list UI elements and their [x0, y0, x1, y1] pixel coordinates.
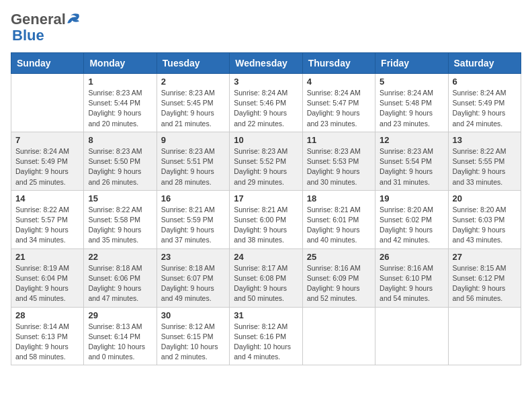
day-number: 14 [15, 193, 79, 203]
calendar-cell: 9Sunrise: 8:23 AM Sunset: 5:51 PM Daylig… [157, 132, 229, 190]
day-info: Sunrise: 8:22 AM Sunset: 5:57 PM Dayligh… [15, 205, 79, 246]
day-info: Sunrise: 8:24 AM Sunset: 5:49 PM Dayligh… [15, 146, 79, 187]
day-header-thursday: Thursday [302, 53, 375, 74]
day-number: 29 [88, 310, 152, 320]
calendar-cell [448, 307, 521, 365]
calendar-cell: 27Sunrise: 8:15 AM Sunset: 6:12 PM Dayli… [448, 248, 521, 307]
calendar-cell [375, 307, 448, 365]
day-info: Sunrise: 8:12 AM Sunset: 6:16 PM Dayligh… [234, 322, 298, 363]
day-info: Sunrise: 8:23 AM Sunset: 5:54 PM Dayligh… [380, 146, 443, 187]
calendar-cell: 29Sunrise: 8:13 AM Sunset: 6:14 PM Dayli… [84, 307, 157, 365]
logo: GeneralBlue [11, 11, 81, 44]
day-info: Sunrise: 8:24 AM Sunset: 5:46 PM Dayligh… [234, 88, 298, 129]
calendar-cell: 3Sunrise: 8:24 AM Sunset: 5:46 PM Daylig… [230, 74, 302, 132]
day-number: 19 [380, 193, 443, 203]
day-info: Sunrise: 8:23 AM Sunset: 5:52 PM Dayligh… [234, 146, 298, 187]
day-info: Sunrise: 8:23 AM Sunset: 5:50 PM Dayligh… [88, 146, 152, 187]
day-info: Sunrise: 8:16 AM Sunset: 6:10 PM Dayligh… [380, 263, 443, 304]
day-number: 5 [380, 77, 443, 87]
day-info: Sunrise: 8:24 AM Sunset: 5:47 PM Dayligh… [307, 88, 371, 129]
logo-general: General [11, 11, 66, 28]
calendar-cell: 26Sunrise: 8:16 AM Sunset: 6:10 PM Dayli… [375, 248, 448, 307]
day-number: 1 [88, 77, 152, 87]
day-number: 17 [234, 193, 298, 203]
calendar-cell: 4Sunrise: 8:24 AM Sunset: 5:47 PM Daylig… [302, 74, 375, 132]
day-number: 10 [234, 135, 298, 145]
calendar-cell: 2Sunrise: 8:23 AM Sunset: 5:45 PM Daylig… [157, 74, 229, 132]
day-header-wednesday: Wednesday [230, 53, 302, 74]
calendar-cell: 23Sunrise: 8:18 AM Sunset: 6:07 PM Dayli… [157, 248, 229, 307]
day-number: 15 [88, 193, 152, 203]
calendar-cell [302, 307, 375, 365]
day-info: Sunrise: 8:23 AM Sunset: 5:44 PM Dayligh… [88, 88, 152, 129]
calendar-cell: 30Sunrise: 8:12 AM Sunset: 6:15 PM Dayli… [157, 307, 229, 365]
day-info: Sunrise: 8:23 AM Sunset: 5:45 PM Dayligh… [161, 88, 225, 129]
day-number: 12 [380, 135, 443, 145]
calendar-cell: 28Sunrise: 8:14 AM Sunset: 6:13 PM Dayli… [11, 307, 84, 365]
day-header-tuesday: Tuesday [157, 53, 229, 74]
day-number: 24 [234, 252, 298, 262]
day-number: 25 [307, 252, 371, 262]
day-info: Sunrise: 8:22 AM Sunset: 5:58 PM Dayligh… [88, 205, 152, 246]
calendar-cell: 13Sunrise: 8:22 AM Sunset: 5:55 PM Dayli… [448, 132, 521, 190]
day-number: 8 [88, 135, 152, 145]
calendar-cell: 12Sunrise: 8:23 AM Sunset: 5:54 PM Dayli… [375, 132, 448, 190]
day-number: 13 [453, 135, 517, 145]
calendar-cell: 25Sunrise: 8:16 AM Sunset: 6:09 PM Dayli… [302, 248, 375, 307]
day-info: Sunrise: 8:19 AM Sunset: 6:04 PM Dayligh… [15, 263, 79, 304]
calendar-cell: 14Sunrise: 8:22 AM Sunset: 5:57 PM Dayli… [11, 190, 84, 248]
day-number: 11 [307, 135, 371, 145]
day-number: 6 [453, 77, 517, 87]
day-info: Sunrise: 8:20 AM Sunset: 6:03 PM Dayligh… [453, 205, 517, 246]
calendar-cell: 7Sunrise: 8:24 AM Sunset: 5:49 PM Daylig… [11, 132, 84, 190]
day-info: Sunrise: 8:18 AM Sunset: 6:07 PM Dayligh… [161, 263, 225, 304]
calendar-cell: 8Sunrise: 8:23 AM Sunset: 5:50 PM Daylig… [84, 132, 157, 190]
calendar-cell: 17Sunrise: 8:21 AM Sunset: 6:00 PM Dayli… [230, 190, 302, 248]
day-header-sunday: Sunday [11, 53, 84, 74]
day-info: Sunrise: 8:12 AM Sunset: 6:15 PM Dayligh… [161, 322, 225, 363]
calendar-cell: 16Sunrise: 8:21 AM Sunset: 5:59 PM Dayli… [157, 190, 229, 248]
day-number: 20 [453, 193, 517, 203]
day-number: 21 [15, 252, 79, 262]
day-number: 2 [161, 77, 225, 87]
calendar-cell: 22Sunrise: 8:18 AM Sunset: 6:06 PM Dayli… [84, 248, 157, 307]
calendar-cell: 24Sunrise: 8:17 AM Sunset: 6:08 PM Dayli… [230, 248, 302, 307]
day-number: 3 [234, 77, 298, 87]
day-info: Sunrise: 8:15 AM Sunset: 6:12 PM Dayligh… [453, 263, 517, 304]
day-number: 30 [161, 310, 225, 320]
day-header-monday: Monday [84, 53, 157, 74]
day-number: 16 [161, 193, 225, 203]
day-number: 23 [161, 252, 225, 262]
day-number: 26 [380, 252, 443, 262]
page-header: GeneralBlue [11, 11, 521, 44]
day-number: 7 [15, 135, 79, 145]
bird-icon [66, 12, 81, 27]
calendar-table: SundayMondayTuesdayWednesdayThursdayFrid… [11, 52, 521, 365]
day-header-friday: Friday [375, 53, 448, 74]
day-info: Sunrise: 8:24 AM Sunset: 5:48 PM Dayligh… [380, 88, 443, 129]
calendar-cell: 6Sunrise: 8:24 AM Sunset: 5:49 PM Daylig… [448, 74, 521, 132]
day-number: 27 [453, 252, 517, 262]
day-header-saturday: Saturday [448, 53, 521, 74]
calendar-cell: 5Sunrise: 8:24 AM Sunset: 5:48 PM Daylig… [375, 74, 448, 132]
calendar-cell: 19Sunrise: 8:20 AM Sunset: 6:02 PM Dayli… [375, 190, 448, 248]
day-number: 31 [234, 310, 298, 320]
day-number: 4 [307, 77, 371, 87]
calendar-cell: 20Sunrise: 8:20 AM Sunset: 6:03 PM Dayli… [448, 190, 521, 248]
calendar-cell [11, 74, 84, 132]
day-info: Sunrise: 8:13 AM Sunset: 6:14 PM Dayligh… [88, 322, 152, 363]
day-number: 9 [161, 135, 225, 145]
day-info: Sunrise: 8:23 AM Sunset: 5:51 PM Dayligh… [161, 146, 225, 187]
calendar-cell: 1Sunrise: 8:23 AM Sunset: 5:44 PM Daylig… [84, 74, 157, 132]
calendar-cell: 31Sunrise: 8:12 AM Sunset: 6:16 PM Dayli… [230, 307, 302, 365]
day-number: 28 [15, 310, 79, 320]
day-info: Sunrise: 8:14 AM Sunset: 6:13 PM Dayligh… [15, 322, 79, 363]
day-info: Sunrise: 8:20 AM Sunset: 6:02 PM Dayligh… [380, 205, 443, 246]
calendar-cell: 10Sunrise: 8:23 AM Sunset: 5:52 PM Dayli… [230, 132, 302, 190]
day-info: Sunrise: 8:16 AM Sunset: 6:09 PM Dayligh… [307, 263, 371, 304]
day-info: Sunrise: 8:24 AM Sunset: 5:49 PM Dayligh… [453, 88, 517, 129]
day-info: Sunrise: 8:21 AM Sunset: 6:00 PM Dayligh… [234, 205, 298, 246]
calendar-cell: 15Sunrise: 8:22 AM Sunset: 5:58 PM Dayli… [84, 190, 157, 248]
day-info: Sunrise: 8:21 AM Sunset: 5:59 PM Dayligh… [161, 205, 225, 246]
day-number: 18 [307, 193, 371, 203]
